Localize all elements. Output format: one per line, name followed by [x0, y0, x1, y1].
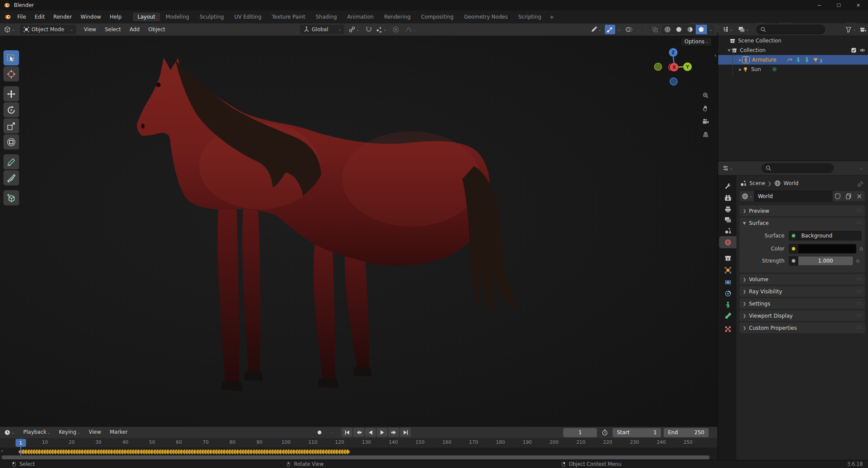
properties-tab-bone[interactable]: [719, 309, 736, 322]
panel-header-volume[interactable]: ❯Volume∷∷: [739, 274, 865, 285]
proportional-edit-toggle[interactable]: [390, 25, 401, 34]
tool-measure[interactable]: [3, 170, 19, 185]
outliner-row-armature[interactable]: ▶Armature3: [718, 55, 868, 65]
frame-start-field[interactable]: Start 1: [613, 428, 661, 437]
viewport-menu-select[interactable]: Select: [100, 23, 125, 36]
strength-animate-dot[interactable]: [856, 260, 859, 263]
strength-value-field[interactable]: 1.000: [798, 257, 853, 265]
tool-cursor[interactable]: [3, 66, 19, 81]
gizmos-toggle[interactable]: [605, 25, 615, 34]
play-button[interactable]: [377, 428, 387, 437]
outliner-display-mode-dropdown[interactable]: ⌄: [736, 25, 751, 34]
panel-header-surface[interactable]: ▼Surface∷∷: [739, 218, 865, 228]
outliner-search-input[interactable]: [756, 25, 825, 34]
properties-tab-tool[interactable]: [719, 180, 736, 192]
workspace-tab-shading[interactable]: Shading: [311, 13, 342, 21]
tool-annotate[interactable]: [3, 154, 19, 169]
maximize-button[interactable]: ☐: [829, 0, 849, 10]
eye-toggle[interactable]: [859, 47, 865, 54]
tool-scale[interactable]: [3, 118, 19, 133]
workspace-tab-sculpting[interactable]: Sculpting: [195, 13, 229, 21]
panel-drag-dots-icon[interactable]: ∷∷: [856, 313, 862, 318]
outliner-editor-type-button[interactable]: ⌄: [720, 25, 735, 34]
properties-options-dropdown[interactable]: ⌄: [857, 163, 865, 173]
menu-window[interactable]: Window: [76, 10, 105, 23]
timeline-menu-view[interactable]: View: [84, 426, 105, 439]
next-keyframe-button[interactable]: [388, 428, 399, 437]
frame-end-field[interactable]: End 250: [664, 428, 709, 437]
navigation-gizmo[interactable]: Z Y X: [648, 42, 699, 90]
properties-tab-object-data[interactable]: [719, 299, 736, 311]
properties-tab-constraints[interactable]: [719, 287, 736, 299]
workspace-tab-rendering[interactable]: Rendering: [379, 13, 415, 21]
visibility-filter-dropdown[interactable]: ⌄: [589, 25, 603, 34]
surface-shader-select[interactable]: Background: [798, 231, 862, 240]
timeline-keyframe-band[interactable]: [0, 448, 717, 455]
blender-menu-button[interactable]: [3, 12, 13, 22]
viewport-menu-view[interactable]: View: [80, 23, 100, 36]
workspace-tab-compositing[interactable]: Compositing: [416, 13, 458, 21]
new-collection-button[interactable]: [858, 25, 868, 34]
keying-dropdown[interactable]: ⌄: [326, 428, 336, 437]
color-animate-dot[interactable]: [860, 247, 863, 250]
overlays-toggle[interactable]: [624, 25, 634, 34]
axis-neg-x-ball[interactable]: [655, 63, 662, 71]
tool-move[interactable]: [3, 86, 19, 101]
timeline-editor-type-button[interactable]: ⌄: [2, 428, 16, 437]
timeline-expand-icon[interactable]: »: [1, 448, 3, 453]
menu-help[interactable]: Help: [105, 10, 126, 23]
world-color-swatch[interactable]: [798, 244, 856, 254]
workspace-tab-uv-editing[interactable]: UV Editing: [229, 13, 266, 21]
timeline-scrollbar-thumb[interactable]: [2, 455, 710, 459]
panel-header-settings[interactable]: ❯Settings∷∷: [739, 298, 865, 309]
proportional-falloff-dropdown[interactable]: ⌄: [403, 25, 418, 34]
properties-tab-render[interactable]: [719, 192, 736, 204]
tool-transform[interactable]: [3, 134, 19, 150]
properties-tab-collection[interactable]: [719, 252, 736, 264]
shading-dropdown[interactable]: ⌄: [707, 25, 714, 34]
breadcrumb-scene[interactable]: Scene: [749, 180, 765, 186]
panel-drag-dots-icon[interactable]: ∷∷: [856, 220, 862, 226]
panel-header-preview[interactable]: ❯Preview∷∷: [739, 205, 865, 216]
properties-editor-type-button[interactable]: ⌄: [720, 163, 735, 173]
snap-toggle[interactable]: [364, 25, 374, 34]
outliner-row-collection[interactable]: ▼Collection: [718, 46, 868, 55]
xray-toggle[interactable]: [650, 25, 660, 34]
viewport-perspective-button[interactable]: [701, 130, 710, 139]
current-frame-field[interactable]: 1: [563, 428, 597, 437]
workspace-tab-modeling[interactable]: Modeling: [161, 13, 194, 21]
3d-viewport[interactable]: Options⌄ ‹ Z Y X: [0, 36, 717, 427]
viewport-menu-object[interactable]: Object: [144, 23, 169, 36]
panel-header-custom-properties[interactable]: ❯Custom Properties∷∷: [739, 322, 865, 333]
new-world-button[interactable]: [843, 191, 854, 201]
editor-type-button[interactable]: ⌄: [2, 25, 16, 34]
workspace-tab-texture-paint[interactable]: Texture Paint: [267, 13, 310, 21]
panel-drag-dots-icon[interactable]: ∷∷: [856, 208, 862, 214]
panel-drag-dots-icon[interactable]: ∷∷: [856, 325, 862, 331]
minimize-button[interactable]: ─: [810, 0, 829, 10]
timeline-menu-keying[interactable]: Keying⌄: [55, 426, 84, 439]
preview-range-toggle[interactable]: [600, 428, 610, 437]
sidebar-collapse-icon[interactable]: ‹: [714, 52, 716, 58]
workspace-tab-geometry-nodes[interactable]: Geometry Nodes: [459, 13, 513, 21]
timeline-ruler[interactable]: 1020304050607080901001101201301401501601…: [0, 438, 717, 448]
gizmos-dropdown[interactable]: ⌄: [615, 25, 623, 34]
timeline-menu-marker[interactable]: Marker: [105, 426, 132, 439]
viewport-camera-button[interactable]: [701, 117, 710, 126]
properties-tab-view-layer[interactable]: [719, 214, 736, 226]
properties-tab-object[interactable]: [719, 264, 736, 276]
panel-drag-dots-icon[interactable]: ∷∷: [856, 301, 862, 306]
panel-drag-dots-icon[interactable]: ∷∷: [856, 276, 862, 282]
disclosure-icon[interactable]: ▶: [738, 58, 742, 62]
properties-tab-scene[interactable]: [719, 224, 736, 237]
orientation-dropdown[interactable]: Global ⌄: [300, 25, 344, 34]
properties-search-input[interactable]: [762, 163, 834, 173]
current-frame-badge[interactable]: 1: [16, 439, 26, 447]
properties-tab-physics[interactable]: [719, 276, 736, 288]
timeline-menu-playback[interactable]: Playback⌄: [19, 426, 55, 439]
panel-header-viewport-display[interactable]: ❯Viewport Display∷∷: [739, 310, 865, 321]
fake-user-button[interactable]: [833, 191, 843, 201]
shading-solid-button[interactable]: [673, 25, 684, 34]
add-workspace-button[interactable]: +: [546, 14, 558, 20]
pivot-dropdown[interactable]: ⌄: [347, 25, 361, 34]
